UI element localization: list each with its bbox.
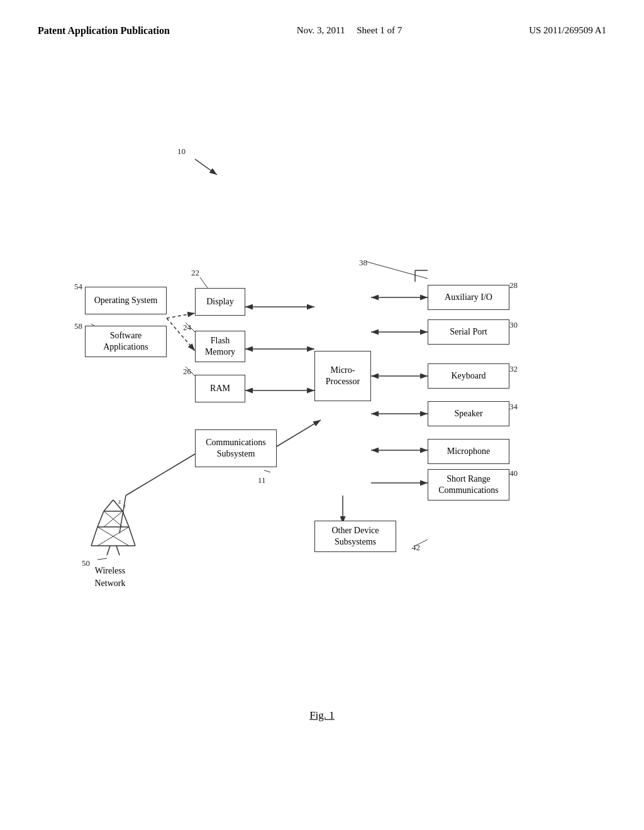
wireless-network-label: Wireless Network — [82, 565, 138, 589]
diagram-area: 10 54 Operating System 58 Software Appli… — [0, 43, 644, 766]
figure-caption: Fig. 1 — [309, 709, 335, 722]
ref-38: 38 — [359, 258, 367, 268]
software-applications-box: Software Applications — [85, 326, 167, 357]
serial-port-box: Serial Port — [428, 319, 509, 345]
ref-42: 42 — [412, 543, 420, 553]
ram-box: RAM — [195, 375, 245, 402]
antenna-tower-icon: z z — [88, 499, 138, 562]
microphone-box: Microphone — [428, 439, 509, 464]
ref-40: 40 — [509, 468, 518, 479]
operating-system-box: Operating System — [85, 287, 167, 314]
publication-title: Patent Application Publication — [38, 25, 170, 36]
svg-line-41 — [129, 527, 135, 546]
svg-line-39 — [123, 511, 129, 527]
ref-30: 30 — [509, 320, 518, 330]
communications-subsystem-box: Communications Subsystem — [195, 429, 277, 467]
other-device-subsystems-box: Other Device Subsystems — [314, 521, 396, 552]
flash-memory-box: Flash Memory — [195, 331, 245, 362]
ref-22: 22 — [191, 268, 199, 278]
svg-text:z: z — [123, 502, 126, 509]
svg-line-17 — [126, 450, 201, 495]
ref-32: 32 — [509, 364, 528, 374]
svg-line-21 — [200, 277, 208, 288]
auxiliary-io-box: Auxiliary I/O — [428, 285, 509, 310]
ref-28: 28 — [509, 280, 518, 290]
svg-line-49 — [107, 546, 110, 555]
svg-line-9 — [270, 420, 321, 450]
ref-26: 26 — [183, 367, 191, 377]
ref-34: 34 — [509, 402, 518, 412]
patent-number: US 2011/269509 A1 — [529, 25, 606, 36]
ref-11: 11 — [258, 475, 266, 485]
diagram-svg — [0, 43, 644, 766]
svg-line-40 — [91, 527, 97, 546]
publication-date: Nov. 3, 2011 — [297, 25, 345, 35]
header-center: Nov. 3, 2011 Sheet 1 of 7 — [297, 25, 402, 36]
svg-line-3 — [195, 159, 217, 175]
svg-line-4 — [167, 313, 195, 318]
ref-10: 10 — [177, 147, 186, 157]
sheet-info: Sheet 1 of 7 — [357, 25, 402, 35]
ref-58: 58 — [74, 321, 82, 331]
svg-line-50 — [116, 546, 119, 555]
ref-54: 54 — [74, 282, 82, 292]
svg-line-36 — [104, 500, 113, 511]
microprocessor-box: Micro- Processor — [314, 351, 371, 401]
short-range-comm-box: Short Range Communications — [428, 469, 509, 501]
svg-text:z: z — [118, 499, 121, 505]
page-header: Patent Application Publication Nov. 3, 2… — [0, 0, 644, 36]
speaker-box: Speaker — [428, 401, 509, 426]
display-box: Display — [195, 288, 245, 316]
svg-line-38 — [97, 511, 104, 527]
svg-line-32 — [264, 470, 270, 472]
ref-24: 24 — [183, 323, 191, 333]
svg-line-24 — [366, 262, 428, 279]
keyboard-box: Keyboard — [428, 363, 509, 389]
